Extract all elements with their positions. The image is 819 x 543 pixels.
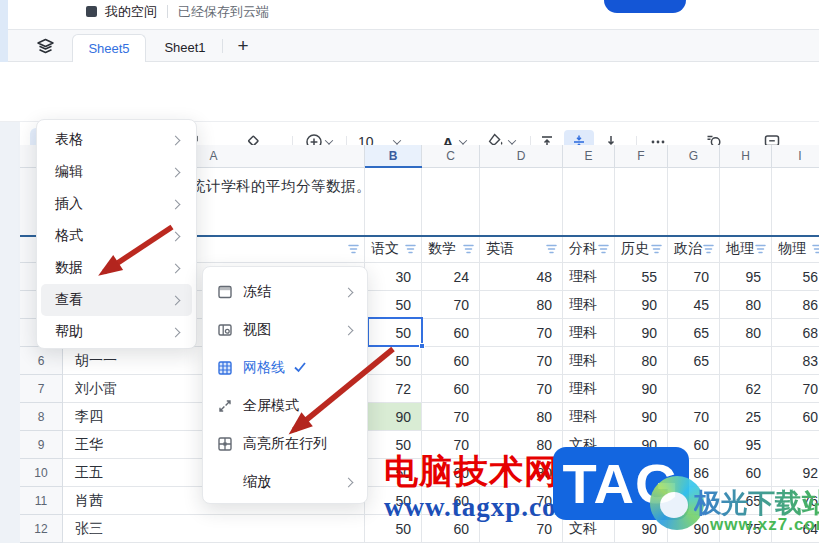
row-header-12[interactable]: 12	[20, 515, 63, 543]
cell-E5[interactable]: 理科	[563, 319, 615, 347]
column-header-B[interactable]: B	[365, 145, 422, 168]
filter-icon[interactable]	[755, 244, 766, 254]
cell-G5[interactable]: 65	[668, 319, 720, 347]
cell-E8[interactable]: 理科	[563, 403, 615, 431]
field-header-cell[interactable]: 地理	[720, 236, 772, 263]
menu-item[interactable]: 表格	[41, 124, 192, 156]
field-header-cell[interactable]: 数学	[422, 236, 480, 263]
cell-H9[interactable]: 95	[720, 431, 772, 459]
cell-B8[interactable]: 90	[365, 403, 422, 431]
cell-H4[interactable]: 80	[720, 291, 772, 319]
cell-H3[interactable]: 95	[720, 263, 772, 291]
cell-C4[interactable]: 70	[422, 291, 480, 319]
cell-D3[interactable]: 48	[480, 263, 563, 291]
active-cell-selection[interactable]	[367, 317, 423, 347]
cell-D6[interactable]: 70	[480, 347, 563, 375]
column-header-D[interactable]: D	[480, 145, 563, 168]
row-header-6[interactable]: 6	[20, 347, 63, 375]
cell-G4[interactable]: 45	[668, 291, 720, 319]
column-header-E[interactable]: E	[563, 145, 615, 168]
sheets-overview-icon[interactable]	[36, 38, 55, 55]
cell-I4[interactable]: 86	[772, 291, 819, 319]
submenu-item[interactable]: 视图	[203, 311, 367, 349]
cell-F5[interactable]: 90	[615, 319, 668, 347]
cell-E4[interactable]: 理科	[563, 291, 615, 319]
row-header-7[interactable]: 7	[20, 375, 63, 403]
cell-E1[interactable]	[563, 168, 615, 236]
cell-C5[interactable]: 60	[422, 319, 480, 347]
cell-B3[interactable]: 30	[365, 263, 422, 291]
menu-item[interactable]: 数据	[41, 252, 192, 284]
cell-C8[interactable]: 70	[422, 403, 480, 431]
cell-B4[interactable]: 50	[365, 291, 422, 319]
row-header-9[interactable]: 9	[20, 431, 63, 459]
cell-E7[interactable]: 理科	[563, 375, 615, 403]
tab-sheet5[interactable]: Sheet5	[72, 34, 146, 62]
cell-H5[interactable]: 80	[720, 319, 772, 347]
submenu-item[interactable]: 网格线	[203, 349, 367, 387]
cell-B1[interactable]	[365, 168, 422, 236]
cell-B7[interactable]: 72	[365, 375, 422, 403]
cell-G7[interactable]	[668, 375, 720, 403]
cell-C3[interactable]: 24	[422, 263, 480, 291]
share-button[interactable]	[604, 0, 686, 13]
workspace-link[interactable]: 我的空间	[105, 3, 157, 21]
fill-handle[interactable]	[419, 343, 425, 349]
menu-item[interactable]: 格式	[41, 220, 192, 252]
row-header-8[interactable]: 8	[20, 403, 63, 431]
field-header-cell[interactable]: 历史	[615, 236, 668, 263]
cell-C7[interactable]: 60	[422, 375, 480, 403]
column-header-C[interactable]: C	[422, 145, 480, 168]
cell-D4[interactable]: 80	[480, 291, 563, 319]
field-header-cell[interactable]: 语文	[365, 236, 422, 263]
cell-G1[interactable]	[668, 168, 720, 236]
cell-I10[interactable]: 92	[772, 459, 819, 487]
filter-icon[interactable]	[348, 244, 359, 254]
cell-H10[interactable]: 60	[720, 459, 772, 487]
cell-H6[interactable]	[720, 347, 772, 375]
column-header-G[interactable]: G	[668, 145, 720, 168]
cell-D7[interactable]: 70	[480, 375, 563, 403]
field-header-cell[interactable]: 政治	[668, 236, 720, 263]
cell-H7[interactable]: 62	[720, 375, 772, 403]
column-header-H[interactable]: H	[720, 145, 772, 168]
cell-C1[interactable]	[422, 168, 480, 236]
field-header-cell[interactable]: 物理	[772, 236, 819, 263]
filter-icon[interactable]	[598, 244, 609, 254]
cell-I1[interactable]	[772, 168, 819, 236]
submenu-item[interactable]: 冻结	[203, 273, 367, 311]
filter-icon[interactable]	[703, 244, 714, 254]
cell-C6[interactable]: 60	[422, 347, 480, 375]
submenu-item[interactable]: 缩放	[203, 463, 367, 501]
filter-icon[interactable]	[463, 244, 474, 254]
cell-E3[interactable]: 理科	[563, 263, 615, 291]
cell-F8[interactable]: 90	[615, 403, 668, 431]
row-header-11[interactable]: 11	[20, 487, 63, 515]
cell-D1[interactable]	[480, 168, 563, 236]
cell-D8[interactable]: 80	[480, 403, 563, 431]
submenu-item[interactable]: 全屏模式	[203, 387, 367, 425]
menu-item[interactable]: 查看	[41, 284, 192, 316]
cell-E6[interactable]: 理科	[563, 347, 615, 375]
cell-I5[interactable]: 68	[772, 319, 819, 347]
cell-F4[interactable]: 90	[615, 291, 668, 319]
filter-icon[interactable]	[405, 244, 416, 254]
cell-D5[interactable]: 70	[480, 319, 563, 347]
cell-I6[interactable]: 83	[772, 347, 819, 375]
cell-F3[interactable]: 55	[615, 263, 668, 291]
cell-I9[interactable]	[772, 431, 819, 459]
cell-F6[interactable]: 80	[615, 347, 668, 375]
tab-sheet1[interactable]: Sheet1	[150, 34, 220, 62]
cell-F1[interactable]	[615, 168, 668, 236]
cell-I7[interactable]: 70	[772, 375, 819, 403]
cell-G6[interactable]: 65	[668, 347, 720, 375]
field-header-cell[interactable]: 分科	[563, 236, 615, 263]
menu-item[interactable]: 编辑	[41, 156, 192, 188]
row-header-10[interactable]: 10	[20, 459, 63, 487]
cell-I8[interactable]: 60	[772, 403, 819, 431]
add-sheet-button[interactable]: +	[230, 33, 256, 59]
column-header-I[interactable]: I	[772, 145, 819, 168]
cell-H1[interactable]	[720, 168, 772, 236]
submenu-item[interactable]: 高亮所在行列	[203, 425, 367, 463]
filter-icon[interactable]	[812, 244, 819, 254]
